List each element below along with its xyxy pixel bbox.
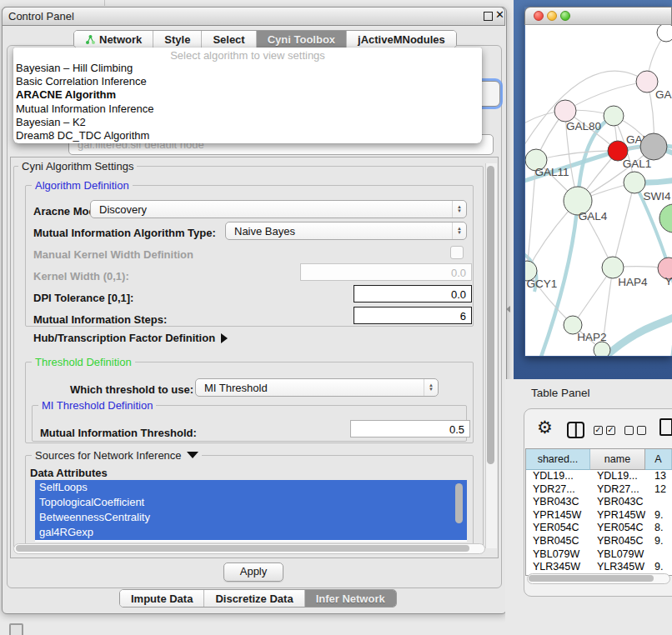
deselect-all-columns-icon[interactable]: [624, 426, 646, 435]
zoom-traffic-light[interactable]: [560, 11, 570, 21]
dpi-tolerance-label: DPI Tolerance [0,1]:: [33, 292, 133, 304]
aracne-mode-value: Discovery: [91, 203, 452, 216]
tab-network-label: Network: [99, 33, 142, 46]
tab-network[interactable]: Network: [74, 31, 153, 48]
network-node[interactable]: [659, 204, 672, 232]
minimize-traffic-light[interactable]: [547, 11, 557, 21]
network-node[interactable]: [640, 133, 667, 160]
table-cell: 12: [645, 483, 672, 497]
table-header-row: shared...nameA: [526, 449, 672, 470]
mi-threshold-label: Mutual Information Threshold:: [40, 427, 197, 439]
algorithm-option-bayesian-k2[interactable]: Bayesian – K2: [13, 116, 482, 129]
network-node[interactable]: [657, 25, 672, 42]
algorithm-option-mutual-information-inference[interactable]: Mutual Information Inference: [13, 102, 482, 116]
close-traffic-light[interactable]: [534, 11, 544, 21]
column-header-a[interactable]: A: [645, 449, 672, 470]
node-label-y: Y: [664, 275, 672, 288]
bottom-left-grip-icon[interactable]: [9, 623, 23, 635]
attributes-list-scrollbar[interactable]: [455, 483, 463, 523]
column-header-name[interactable]: name: [590, 449, 645, 470]
column-header-shared[interactable]: shared...: [526, 449, 590, 470]
table-row[interactable]: YBL079WYBL079W: [526, 548, 672, 562]
attribute-item-betweennesscentrality[interactable]: BetweennessCentrality: [35, 510, 467, 525]
tab-select[interactable]: Select: [202, 31, 256, 48]
node-label-swi4: SWI4: [643, 190, 670, 202]
columns-icon[interactable]: [567, 422, 584, 438]
network-graph: GALGAL80GAL10GAL1GAL11SWI4GAL4GCY1HAP4YH…: [525, 25, 672, 356]
gear-icon[interactable]: ⚙: [537, 418, 553, 438]
table-cell: 9.: [645, 509, 672, 522]
bottom-tab-impute-data-label: Impute Data: [131, 592, 193, 605]
network-node-gal10[interactable]: [604, 106, 624, 126]
close-icon[interactable]: ✕: [495, 8, 504, 21]
tab-style[interactable]: Style: [153, 31, 202, 48]
panel-collapse-arrow-icon[interactable]: [506, 306, 510, 312]
network-icon: [85, 34, 96, 45]
attribute-item-gal4rgexp[interactable]: gal4RGexp: [35, 525, 467, 540]
node-table[interactable]: shared...nameA YDL19...YDL19...13YDR27..…: [525, 448, 672, 576]
data-attributes-list[interactable]: SelfLoopsTopologicalCoefficientBetweenne…: [35, 480, 467, 542]
settings-vscrollbar-thumb[interactable]: [487, 166, 494, 464]
network-node-gal80[interactable]: [554, 100, 576, 122]
table-row[interactable]: YDL19...YDL19...13: [526, 470, 672, 483]
kernel-width-input[interactable]: 0.0: [300, 263, 472, 281]
dpi-tolerance-input[interactable]: 0.0: [354, 285, 472, 302]
algorithm-option-aracne-algorithm[interactable]: ARACNE Algorithm: [13, 88, 482, 102]
table-cell: YBR043C: [590, 496, 645, 509]
table-row[interactable]: YPR145WYPR145W9.: [526, 509, 672, 522]
table-row[interactable]: YBR045CYBR045C9.: [526, 535, 672, 548]
network-edge[interactable]: [565, 82, 647, 111]
table-cell: YBL079W: [526, 548, 590, 562]
which-threshold-label: Which threshold to use:: [70, 383, 193, 396]
apply-button[interactable]: Apply: [223, 562, 283, 582]
table-cell: YBR043C: [526, 496, 590, 509]
table-cell: YPR145W: [526, 509, 590, 522]
cyni-bottom-tabbar: Impute DataDiscretize DataInfer Network: [119, 589, 397, 608]
network-edge[interactable]: [613, 182, 634, 268]
hub-definition-expander[interactable]: Hub/Transcription Factor Definition: [33, 332, 228, 344]
export-table-icon[interactable]: [659, 418, 672, 436]
aracne-mode-combo[interactable]: Discovery ▲▼: [90, 200, 467, 218]
which-threshold-value: MI Threshold: [196, 382, 424, 394]
table-cell: [645, 548, 672, 562]
mi-type-label: Mutual Information Algorithm Type:: [33, 227, 216, 239]
bottom-tab-discretize-data-label: Discretize Data: [215, 592, 293, 605]
sources-legend-label: Sources for Network Inference: [35, 449, 182, 462]
table-row[interactable]: YBR043CYBR043C: [526, 496, 672, 509]
mi-threshold-input[interactable]: 0.5: [350, 420, 470, 438]
attribute-item-selfloops[interactable]: SelfLoops: [35, 480, 467, 495]
table-body: YDL19...YDL19...13YDR27...YDR27...12YBR0…: [526, 470, 672, 576]
network-node-swi4[interactable]: [624, 172, 645, 193]
which-threshold-combo[interactable]: MI Threshold ▲▼: [195, 378, 439, 397]
bottom-tab-infer-network[interactable]: Infer Network: [305, 590, 396, 607]
cyni-algorithm-settings-legend: Cyni Algorithm Settings: [18, 160, 137, 172]
algorithm-option-dream8-dc-tdc-algorithm[interactable]: Dream8 DC_TDC Algorithm: [13, 129, 482, 142]
bottom-tab-impute-data[interactable]: Impute Data: [120, 590, 204, 607]
bottom-tab-discretize-data[interactable]: Discretize Data: [204, 590, 304, 607]
control-panel-titlebar[interactable]: [2, 7, 505, 26]
select-all-columns-icon[interactable]: ✓✓: [594, 426, 615, 435]
table-cell: YDL19...: [590, 470, 645, 483]
tab-select-label: Select: [213, 33, 244, 46]
table-cell: 9.: [645, 535, 672, 548]
settings-hscrollbar-thumb[interactable]: [16, 545, 469, 552]
table-row[interactable]: YLR345WYLR345W9.: [526, 561, 672, 574]
algorithm-option-basic-correlation-inference[interactable]: Basic Correlation Inference: [13, 75, 482, 88]
network-node[interactable]: [594, 342, 610, 356]
table-cell: 9.: [645, 561, 672, 574]
mi-type-combo[interactable]: Naive Bayes ▲▼: [225, 222, 467, 240]
attribute-item-topologicalcoefficient[interactable]: TopologicalCoefficient: [35, 495, 467, 510]
table-row[interactable]: YER054CYER054C8.: [526, 522, 672, 535]
manual-kernel-checkbox[interactable]: [450, 246, 464, 259]
network-canvas[interactable]: GALGAL80GAL10GAL1GAL11SWI4GAL4GCY1HAP4YH…: [525, 25, 672, 356]
table-cell: YDR27...: [526, 483, 590, 497]
sources-legend[interactable]: Sources for Network Inference: [32, 449, 202, 462]
float-panel-icon[interactable]: [484, 12, 493, 21]
mi-steps-input[interactable]: 6: [354, 307, 472, 324]
tab-cyni-toolbox[interactable]: Cyni Toolbox: [257, 31, 347, 48]
tab-jactivemnodules[interactable]: jActiveMNodules: [347, 31, 456, 48]
table-row[interactable]: YDR27...YDR27...12: [526, 483, 672, 497]
table-cell: [645, 496, 672, 509]
table-hscrollbar-thumb[interactable]: [529, 575, 654, 582]
algorithm-option-bayesian-hill-climbing[interactable]: Bayesian – Hill Climbing: [13, 62, 482, 75]
